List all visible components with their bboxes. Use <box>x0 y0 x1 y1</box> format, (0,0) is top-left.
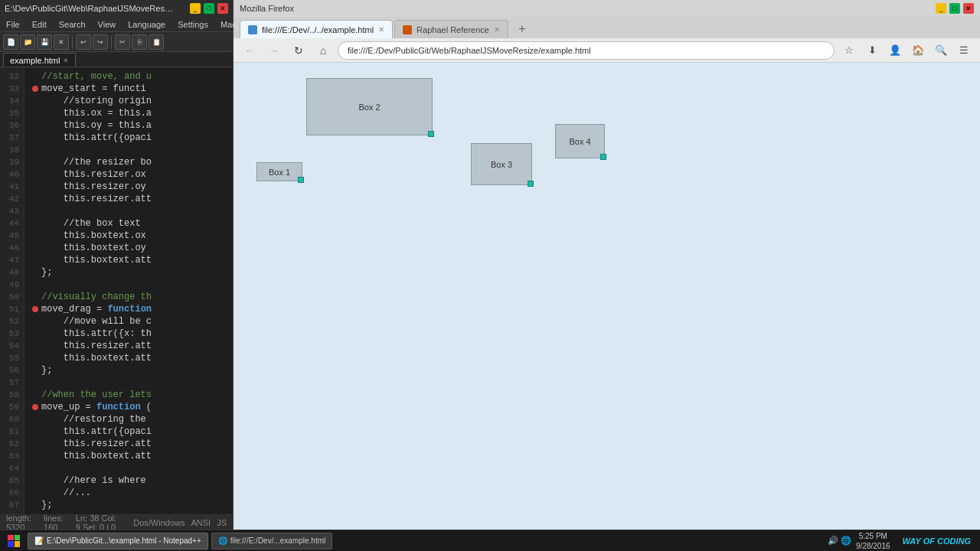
line-number: 52 <box>2 315 22 328</box>
line-number: 32 <box>2 70 22 83</box>
taskbar-app-browser[interactable]: 🌐 file:///E:/Dev/...example.html <box>211 533 333 549</box>
browser-tab-add-button[interactable]: + <box>513 20 531 38</box>
toolbar-copy-button[interactable]: ⎘ <box>132 34 147 50</box>
browser-close-button[interactable]: ✕ <box>963 3 974 14</box>
browser-minimize-button[interactable]: _ <box>936 3 946 14</box>
line-number: 48 <box>2 266 22 279</box>
breakpoint-indicator <box>31 427 40 436</box>
statusbar-position: Ln: 38 Col: 9 Sel: 0 | 0 <box>76 514 121 530</box>
line-numbers: 3233343536373839404142434445464748495051… <box>0 67 24 514</box>
code-line: this.ox = this.a <box>31 107 227 119</box>
branding-text: WAY OF CODING <box>903 536 971 546</box>
browser-reload-button[interactable]: ↻ <box>289 41 309 60</box>
notepad-tabs: example.html ✕ <box>0 52 233 67</box>
browser-forward-button[interactable]: → <box>264 41 284 60</box>
browser-tab-raphael[interactable]: Raphael Reference ✕ <box>394 20 508 38</box>
browser-tab-close-raphael[interactable]: ✕ <box>494 25 500 34</box>
code-text: this.attr({x: th <box>41 328 152 340</box>
browser-bookmark-button[interactable]: ☆ <box>839 41 859 60</box>
canvas-box-box1[interactable]: Box 1 <box>256 162 302 181</box>
canvas-box-box4[interactable]: Box 4 <box>555 124 605 158</box>
code-line: //start, move, and u <box>31 70 227 83</box>
code-area[interactable]: //start, move, and umove_start = functi … <box>24 67 233 514</box>
code-text: this.boxtext.att <box>41 254 152 266</box>
breakpoint-indicator <box>31 109 40 118</box>
browser-menu-button[interactable]: ☰ <box>954 41 974 60</box>
toolbar-save-button[interactable]: 💾 <box>37 34 52 50</box>
canvas-box-box2[interactable]: Box 2 <box>306 78 433 135</box>
menu-view[interactable]: View <box>95 19 119 30</box>
line-number: 34 <box>2 95 22 107</box>
breakpoint-dot <box>32 86 38 92</box>
code-text: this.boxtext.att <box>41 450 152 462</box>
resize-handle-box2[interactable] <box>428 131 434 137</box>
breakpoint-indicator <box>31 158 40 167</box>
browser-back-button[interactable]: ← <box>240 41 260 60</box>
notepad-window: E:\Dev\PublicGit\Web\RaphaelJSMoveResize… <box>0 0 234 530</box>
resize-handle-box3[interactable] <box>528 181 534 187</box>
win-logo-q3 <box>8 541 14 547</box>
resize-handle-box1[interactable] <box>298 177 304 183</box>
statusbar-encoding: ANSI <box>191 518 211 527</box>
code-line <box>31 144 227 156</box>
start-button[interactable] <box>3 535 24 547</box>
browser-maximize-button[interactable]: □ <box>949 3 960 14</box>
notepad-maximize-button[interactable]: □ <box>204 3 214 14</box>
breakpoint-indicator <box>31 415 40 424</box>
browser-tab-example[interactable]: file:///E:/Dev/../../example.html ✕ <box>240 20 393 38</box>
code-text: this.ox = this.a <box>41 107 152 119</box>
browser-search-button[interactable]: 🔍 <box>931 41 951 60</box>
code-text: //here is where <box>41 474 146 487</box>
taskbar-app-notepad[interactable]: 📝 E:\Dev\PublicGit...\example.html - Not… <box>28 533 208 549</box>
line-number: 57 <box>2 377 22 389</box>
toolbar-open-button[interactable]: 📁 <box>20 34 35 50</box>
toolbar-cut-button[interactable]: ✂ <box>115 34 130 50</box>
browser-home2-button[interactable]: 🏠 <box>908 41 928 60</box>
statusbar-line-ending: Dos/Windows <box>133 518 185 527</box>
breakpoint-indicator <box>31 390 40 399</box>
code-text: this.attr({opaci <box>41 132 152 144</box>
toolbar-paste-button[interactable]: 📋 <box>149 34 164 50</box>
notepad-title: E:\Dev\PublicGit\Web\RaphaelJSMoveResize… <box>5 4 173 13</box>
notepad-tab-close-button[interactable]: ✕ <box>63 57 69 64</box>
line-number: 40 <box>2 168 22 181</box>
code-text: this.boxtext.oy <box>41 242 146 254</box>
notepad-tab-example[interactable]: example.html ✕ <box>3 53 76 67</box>
taskbar-browser-label: file:///E:/Dev/...example.html <box>230 536 326 545</box>
browser-account-button[interactable]: 👤 <box>885 41 905 60</box>
notepad-minimize-button[interactable]: _ <box>190 3 201 14</box>
breakpoint-indicator <box>31 72 40 81</box>
menu-edit[interactable]: Edit <box>29 19 50 30</box>
resize-handle-box4[interactable] <box>600 154 606 160</box>
browser-tab-close-example[interactable]: ✕ <box>378 25 384 34</box>
browser-window: Mozilla Firefox _ □ ✕ file:///E:/Dev/../… <box>234 0 980 530</box>
browser-download-button[interactable]: ⬇ <box>862 41 882 60</box>
browser-home-button[interactable]: ⌂ <box>313 41 333 60</box>
browser-tab-label-raphael: Raphael Reference <box>416 25 489 34</box>
line-number: 49 <box>2 279 22 291</box>
breakpoint-indicator <box>31 317 40 326</box>
code-line: this.resizer.ox <box>31 168 227 181</box>
menu-file[interactable]: File <box>3 19 23 30</box>
code-line <box>31 279 227 291</box>
canvas-box-box3[interactable]: Box 3 <box>471 143 532 185</box>
browser-address-bar[interactable]: file:///E:/Dev/PublicGit/Web/RaphaelJSMo… <box>338 41 835 60</box>
code-line: move_drag = function <box>31 303 227 315</box>
toolbar-close-button[interactable]: ✕ <box>54 34 69 50</box>
line-number: 60 <box>2 413 22 425</box>
notepad-code-content: 3233343536373839404142434445464748495051… <box>0 67 233 514</box>
toolbar-new-button[interactable]: 📄 <box>3 34 18 50</box>
code-line <box>31 205 227 217</box>
win-logo-q4 <box>15 541 21 547</box>
code-text: //... <box>41 487 91 499</box>
menu-search[interactable]: Search <box>56 19 89 30</box>
line-number: 38 <box>2 144 22 156</box>
toolbar-redo-button[interactable]: ↪ <box>93 34 108 50</box>
code-text: move_drag = function <box>41 303 152 315</box>
menu-settings[interactable]: Settings <box>175 19 211 30</box>
code-text: //visually change th <box>41 291 152 303</box>
toolbar-undo-button[interactable]: ↩ <box>76 34 91 50</box>
menu-language[interactable]: Language <box>125 19 168 30</box>
browser-tab-favicon-raphael <box>403 25 412 34</box>
notepad-close-button[interactable]: ✕ <box>217 3 228 14</box>
